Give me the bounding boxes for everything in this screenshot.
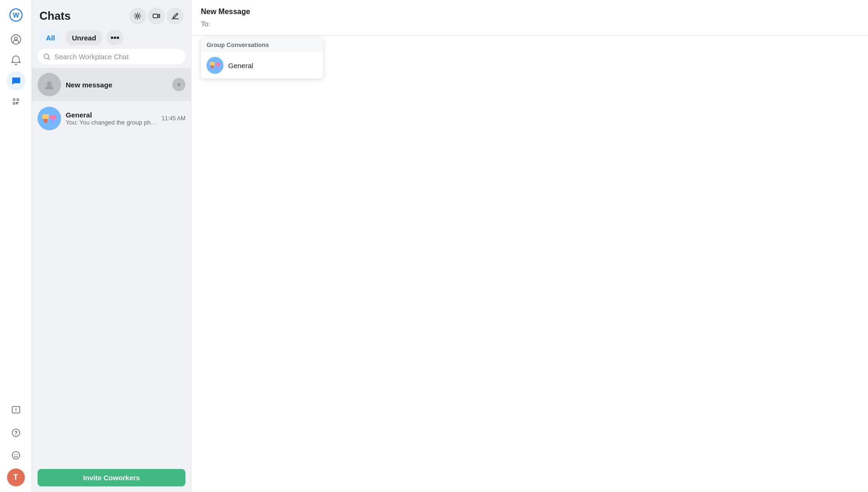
dropdown-item-general[interactable]: General (201, 52, 323, 78)
svg-rect-23 (51, 119, 55, 123)
new-message-left: New message (38, 73, 112, 96)
new-message-close-button[interactable]: × (172, 78, 185, 91)
svg-point-5 (17, 99, 19, 101)
new-message-panel: New Message To: (192, 0, 868, 36)
search-input[interactable] (54, 53, 180, 61)
nav-rail: W (0, 0, 32, 492)
nav-home-icon[interactable] (7, 30, 25, 49)
svg-rect-25 (210, 62, 215, 65)
svg-point-6 (13, 102, 15, 104)
svg-rect-20 (42, 114, 49, 119)
svg-point-3 (15, 37, 17, 40)
filter-all-button[interactable]: All (39, 30, 61, 45)
svg-rect-26 (211, 65, 214, 68)
sidebar-header: Chats (32, 0, 191, 28)
dropdown-item-general-name: General (228, 62, 253, 70)
nav-logo[interactable]: W (7, 6, 25, 24)
user-avatar[interactable]: T (7, 469, 25, 486)
svg-point-9 (15, 411, 16, 412)
page-title: Chats (39, 9, 71, 23)
new-message-panel-title: New Message (201, 8, 859, 16)
group-conversations-dropdown: Group Conversations General (201, 38, 323, 78)
svg-rect-28 (216, 65, 219, 68)
to-row: To: (201, 20, 859, 28)
main-area: New Message To: Group Conversations Gene… (192, 0, 868, 492)
svg-rect-16 (153, 14, 158, 18)
to-input[interactable] (214, 20, 859, 28)
filter-unread-button[interactable]: Unread (65, 30, 103, 45)
invite-coworkers-button[interactable]: Invite Coworkers (38, 469, 185, 486)
nav-notifications-icon[interactable] (7, 51, 25, 70)
filter-row: All Unread ••• (32, 28, 191, 49)
chat-info-general: General You: You changed the group photo… (66, 111, 157, 126)
general-group-avatar (38, 107, 61, 130)
svg-point-4 (13, 99, 15, 101)
video-call-button[interactable] (148, 8, 165, 24)
new-message-item[interactable]: New message × (32, 68, 191, 101)
dropdown-section-header: Group Conversations (201, 38, 323, 52)
svg-point-14 (16, 454, 17, 455)
compose-button[interactable] (167, 8, 184, 24)
emoji-icon[interactable] (7, 446, 25, 465)
chat-time-general: 11:45 AM (161, 115, 185, 122)
sidebar: Chats All Unr (32, 0, 192, 492)
svg-text:?: ? (14, 430, 17, 437)
search-bar[interactable] (38, 49, 185, 64)
chat-preview-general: You: You changed the group photo. (66, 119, 157, 126)
search-icon (43, 53, 51, 61)
dropdown-general-avatar (207, 57, 223, 74)
svg-point-19 (38, 107, 61, 130)
svg-point-18 (47, 81, 52, 86)
feedback-icon[interactable] (7, 401, 25, 420)
chat-list: General You: You changed the group photo… (32, 102, 191, 135)
help-icon[interactable]: ? (7, 423, 25, 442)
invite-container: Invite Coworkers (32, 463, 191, 492)
svg-point-15 (137, 15, 139, 17)
filter-more-button[interactable]: ••• (107, 30, 123, 45)
nav-bottom-area: ? T (7, 401, 25, 486)
settings-button[interactable] (129, 8, 146, 24)
nav-tools-icon[interactable] (7, 92, 25, 111)
svg-point-24 (207, 57, 223, 74)
nav-chat-icon[interactable] (7, 71, 25, 90)
svg-text:W: W (13, 11, 19, 19)
chat-name-general: General (66, 111, 157, 119)
svg-rect-21 (44, 119, 47, 123)
svg-point-12 (12, 452, 20, 459)
header-actions (129, 8, 184, 24)
svg-point-2 (11, 35, 21, 44)
svg-rect-22 (50, 115, 56, 119)
to-label: To: (201, 20, 210, 28)
chat-item-general[interactable]: General You: You changed the group photo… (32, 102, 191, 135)
new-message-avatar (38, 73, 61, 96)
new-message-label: New message (66, 81, 112, 89)
svg-point-13 (14, 454, 15, 455)
svg-rect-27 (215, 62, 220, 65)
